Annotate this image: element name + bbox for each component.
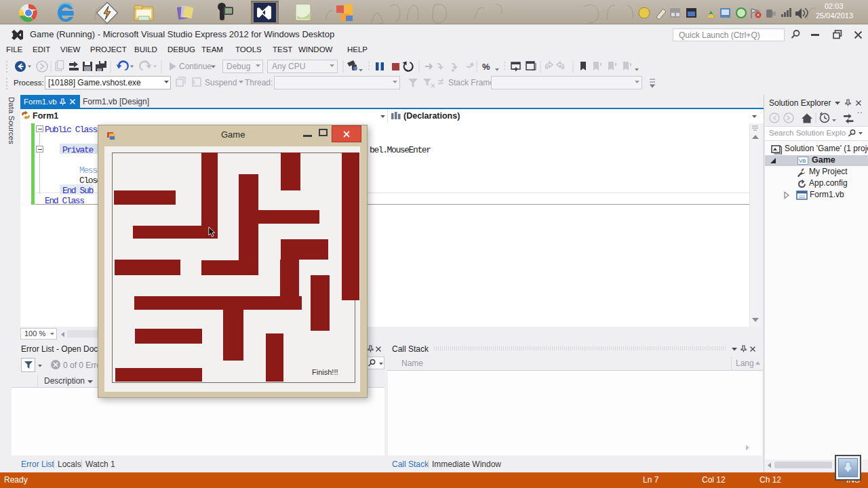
svg-text:%: %	[482, 62, 490, 72]
